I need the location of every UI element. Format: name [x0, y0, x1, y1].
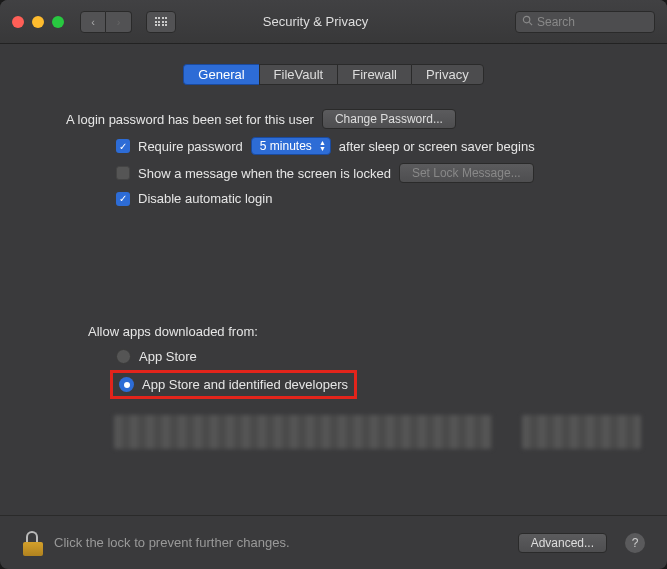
radio-identified-devs[interactable] [119, 377, 134, 392]
login-password-row: A login password has been set for this u… [26, 109, 641, 129]
allow-apps-heading: Allow apps downloaded from: [88, 324, 641, 339]
security-privacy-window: ‹ › Security & Privacy General FileVault… [0, 0, 667, 569]
chevron-left-icon: ‹ [91, 16, 95, 28]
show-message-label: Show a message when the screen is locked [138, 166, 391, 181]
app-store-label: App Store [139, 349, 197, 364]
help-button[interactable]: ? [625, 533, 645, 553]
svg-point-0 [523, 16, 529, 22]
advanced-button[interactable]: Advanced... [518, 533, 607, 553]
lock-body-icon [23, 542, 43, 556]
tab-filevault[interactable]: FileVault [259, 64, 338, 85]
lock-button[interactable] [22, 530, 44, 556]
set-lock-message-button[interactable]: Set Lock Message... [399, 163, 534, 183]
tab-general[interactable]: General [183, 64, 258, 85]
allow-apps-section: Allow apps downloaded from: App Store Ap… [26, 324, 641, 449]
lock-help-text: Click the lock to prevent further change… [54, 535, 508, 550]
login-password-text: A login password has been set for this u… [66, 112, 314, 127]
traffic-lights [12, 16, 64, 28]
close-window-button[interactable] [12, 16, 24, 28]
change-password-button[interactable]: Change Password... [322, 109, 456, 129]
zoom-window-button[interactable] [52, 16, 64, 28]
titlebar: ‹ › Security & Privacy [0, 0, 667, 44]
disable-auto-login-row: ✓ Disable automatic login [26, 191, 641, 206]
delay-value: 5 minutes [260, 139, 312, 153]
disable-auto-login-label: Disable automatic login [138, 191, 272, 206]
tab-bar: General FileVault Firewall Privacy [26, 64, 641, 85]
show-message-row: Show a message when the screen is locked… [26, 163, 641, 183]
window-title: Security & Privacy [124, 14, 507, 29]
after-sleep-text: after sleep or screen saver begins [339, 139, 535, 154]
app-store-option[interactable]: App Store [88, 349, 641, 364]
show-message-checkbox[interactable] [116, 166, 130, 180]
chevron-right-icon: › [117, 16, 121, 28]
tab-firewall[interactable]: Firewall [337, 64, 411, 85]
require-password-checkbox[interactable]: ✓ [116, 139, 130, 153]
svg-line-1 [529, 22, 532, 25]
tab-privacy[interactable]: Privacy [411, 64, 484, 85]
redacted-area [88, 415, 641, 449]
identified-devs-label: App Store and identified developers [142, 377, 348, 392]
require-password-row: ✓ Require password 5 minutes ▲▼ after sl… [26, 137, 641, 155]
redacted-block [522, 415, 641, 449]
content-area: General FileVault Firewall Privacy A log… [0, 44, 667, 515]
search-input[interactable] [537, 15, 648, 29]
select-arrows-icon: ▲▼ [319, 140, 326, 152]
minimize-window-button[interactable] [32, 16, 44, 28]
footer: Click the lock to prevent further change… [0, 515, 667, 569]
radio-app-store[interactable] [116, 349, 131, 364]
search-icon [522, 15, 533, 28]
redacted-block [114, 415, 492, 449]
disable-auto-login-checkbox[interactable]: ✓ [116, 192, 130, 206]
back-button[interactable]: ‹ [80, 11, 106, 33]
password-delay-select[interactable]: 5 minutes ▲▼ [251, 137, 331, 155]
search-field[interactable] [515, 11, 655, 33]
require-password-label: Require password [138, 139, 243, 154]
question-icon: ? [632, 536, 639, 550]
lock-shackle-icon [26, 531, 38, 543]
highlighted-option: App Store and identified developers [110, 370, 357, 399]
